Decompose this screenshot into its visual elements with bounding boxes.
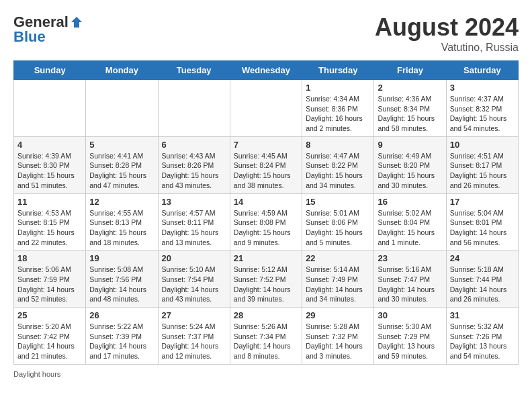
logo: General Blue bbox=[13, 13, 83, 46]
calendar-cell: 6Sunrise: 4:43 AM Sunset: 8:26 PM Daylig… bbox=[158, 136, 230, 193]
calendar-cell: 10Sunrise: 4:51 AM Sunset: 8:17 PM Dayli… bbox=[446, 136, 518, 193]
day-number: 9 bbox=[378, 140, 442, 150]
calendar-cell: 2Sunrise: 4:36 AM Sunset: 8:34 PM Daylig… bbox=[374, 80, 446, 137]
day-number: 15 bbox=[306, 197, 370, 207]
calendar-cell: 30Sunrise: 5:30 AM Sunset: 7:29 PM Dayli… bbox=[374, 308, 446, 365]
day-number: 4 bbox=[17, 140, 82, 150]
day-number: 25 bbox=[17, 310, 82, 320]
calendar-header-row: SundayMondayTuesdayWednesdayThursdayFrid… bbox=[14, 61, 519, 80]
calendar-cell bbox=[14, 80, 86, 137]
day-info: Sunrise: 4:34 AM Sunset: 8:36 PM Dayligh… bbox=[306, 94, 370, 134]
day-info: Sunrise: 4:41 AM Sunset: 8:28 PM Dayligh… bbox=[89, 151, 154, 191]
day-info: Sunrise: 4:37 AM Sunset: 8:32 PM Dayligh… bbox=[450, 94, 515, 134]
calendar-week-4: 18Sunrise: 5:06 AM Sunset: 7:59 PM Dayli… bbox=[14, 250, 519, 308]
day-info: Sunrise: 5:12 AM Sunset: 7:52 PM Dayligh… bbox=[234, 265, 298, 304]
day-number: 5 bbox=[89, 140, 154, 150]
day-info: Sunrise: 5:06 AM Sunset: 7:59 PM Dayligh… bbox=[17, 265, 82, 304]
calendar-cell: 31Sunrise: 5:32 AM Sunset: 7:26 PM Dayli… bbox=[446, 308, 518, 365]
calendar-cell: 16Sunrise: 5:02 AM Sunset: 8:04 PM Dayli… bbox=[374, 193, 446, 250]
day-info: Sunrise: 5:18 AM Sunset: 7:44 PM Dayligh… bbox=[450, 265, 515, 304]
day-info: Sunrise: 4:39 AM Sunset: 8:30 PM Dayligh… bbox=[17, 151, 82, 191]
day-info: Sunrise: 5:10 AM Sunset: 7:54 PM Dayligh… bbox=[162, 265, 226, 304]
calendar-week-1: 1Sunrise: 4:34 AM Sunset: 8:36 PM Daylig… bbox=[14, 80, 519, 137]
day-info: Sunrise: 4:49 AM Sunset: 8:20 PM Dayligh… bbox=[378, 151, 442, 191]
day-info: Sunrise: 4:36 AM Sunset: 8:34 PM Dayligh… bbox=[378, 94, 442, 134]
calendar-header-saturday: Saturday bbox=[446, 61, 518, 80]
calendar-cell: 14Sunrise: 4:59 AM Sunset: 8:08 PM Dayli… bbox=[230, 193, 302, 250]
calendar-cell: 21Sunrise: 5:12 AM Sunset: 7:52 PM Dayli… bbox=[230, 250, 302, 308]
calendar-cell: 19Sunrise: 5:08 AM Sunset: 7:56 PM Dayli… bbox=[86, 250, 158, 308]
day-info: Sunrise: 5:24 AM Sunset: 7:37 PM Dayligh… bbox=[162, 322, 226, 361]
day-info: Sunrise: 4:59 AM Sunset: 8:08 PM Dayligh… bbox=[234, 208, 298, 248]
day-info: Sunrise: 4:43 AM Sunset: 8:26 PM Dayligh… bbox=[162, 151, 226, 191]
calendar-header-sunday: Sunday bbox=[14, 61, 86, 80]
logo-text-blue: Blue bbox=[13, 28, 46, 46]
calendar-cell: 24Sunrise: 5:18 AM Sunset: 7:44 PM Dayli… bbox=[446, 250, 518, 308]
day-number: 6 bbox=[162, 140, 226, 150]
footer-note: Daylight hours bbox=[13, 370, 519, 378]
calendar-cell bbox=[86, 80, 158, 137]
day-info: Sunrise: 4:57 AM Sunset: 8:11 PM Dayligh… bbox=[162, 208, 226, 248]
calendar-cell: 9Sunrise: 4:49 AM Sunset: 8:20 PM Daylig… bbox=[374, 136, 446, 193]
calendar-cell: 11Sunrise: 4:53 AM Sunset: 8:15 PM Dayli… bbox=[14, 193, 86, 250]
day-info: Sunrise: 5:14 AM Sunset: 7:49 PM Dayligh… bbox=[306, 265, 370, 304]
calendar-cell: 18Sunrise: 5:06 AM Sunset: 7:59 PM Dayli… bbox=[14, 250, 86, 308]
day-number: 8 bbox=[306, 140, 370, 150]
calendar-cell: 28Sunrise: 5:26 AM Sunset: 7:34 PM Dayli… bbox=[230, 308, 302, 365]
calendar-cell: 22Sunrise: 5:14 AM Sunset: 7:49 PM Dayli… bbox=[302, 250, 374, 308]
day-info: Sunrise: 5:02 AM Sunset: 8:04 PM Dayligh… bbox=[378, 208, 442, 248]
day-number: 21 bbox=[234, 253, 298, 263]
calendar-header-thursday: Thursday bbox=[302, 61, 374, 80]
calendar-cell: 5Sunrise: 4:41 AM Sunset: 8:28 PM Daylig… bbox=[86, 136, 158, 193]
main-title: August 2024 bbox=[375, 13, 519, 42]
day-number: 27 bbox=[162, 310, 226, 320]
day-number: 12 bbox=[89, 197, 154, 207]
day-info: Sunrise: 4:47 AM Sunset: 8:22 PM Dayligh… bbox=[306, 151, 370, 191]
day-info: Sunrise: 4:55 AM Sunset: 8:13 PM Dayligh… bbox=[89, 208, 154, 248]
day-number: 7 bbox=[234, 140, 298, 150]
day-number: 11 bbox=[17, 197, 82, 207]
day-info: Sunrise: 4:45 AM Sunset: 8:24 PM Dayligh… bbox=[234, 151, 298, 191]
calendar-cell bbox=[158, 80, 230, 137]
day-info: Sunrise: 5:30 AM Sunset: 7:29 PM Dayligh… bbox=[378, 322, 442, 361]
day-info: Sunrise: 5:28 AM Sunset: 7:32 PM Dayligh… bbox=[306, 322, 370, 361]
day-number: 2 bbox=[378, 83, 442, 93]
calendar-header-wednesday: Wednesday bbox=[230, 61, 302, 80]
calendar-cell: 15Sunrise: 5:01 AM Sunset: 8:06 PM Dayli… bbox=[302, 193, 374, 250]
day-number: 31 bbox=[450, 310, 515, 320]
calendar-cell: 1Sunrise: 4:34 AM Sunset: 8:36 PM Daylig… bbox=[302, 80, 374, 137]
day-number: 26 bbox=[89, 310, 154, 320]
page-header: General Blue August 2024 Vatutino, Russi… bbox=[13, 13, 519, 54]
day-number: 29 bbox=[306, 310, 370, 320]
day-number: 14 bbox=[234, 197, 298, 207]
subtitle: Vatutino, Russia bbox=[375, 42, 519, 54]
calendar-cell: 4Sunrise: 4:39 AM Sunset: 8:30 PM Daylig… bbox=[14, 136, 86, 193]
day-number: 24 bbox=[450, 253, 515, 263]
calendar-cell: 12Sunrise: 4:55 AM Sunset: 8:13 PM Dayli… bbox=[86, 193, 158, 250]
day-info: Sunrise: 5:22 AM Sunset: 7:39 PM Dayligh… bbox=[89, 322, 154, 361]
calendar-header-monday: Monday bbox=[86, 61, 158, 80]
day-number: 20 bbox=[162, 253, 226, 263]
day-info: Sunrise: 5:32 AM Sunset: 7:26 PM Dayligh… bbox=[450, 322, 515, 361]
day-info: Sunrise: 5:26 AM Sunset: 7:34 PM Dayligh… bbox=[234, 322, 298, 361]
day-info: Sunrise: 4:51 AM Sunset: 8:17 PM Dayligh… bbox=[450, 151, 515, 191]
calendar-cell: 27Sunrise: 5:24 AM Sunset: 7:37 PM Dayli… bbox=[158, 308, 230, 365]
day-info: Sunrise: 5:08 AM Sunset: 7:56 PM Dayligh… bbox=[89, 265, 154, 304]
day-number: 23 bbox=[378, 253, 442, 263]
calendar-cell: 17Sunrise: 5:04 AM Sunset: 8:01 PM Dayli… bbox=[446, 193, 518, 250]
calendar-cell: 25Sunrise: 5:20 AM Sunset: 7:42 PM Dayli… bbox=[14, 308, 86, 365]
calendar-cell bbox=[230, 80, 302, 137]
day-number: 28 bbox=[234, 310, 298, 320]
calendar-header-tuesday: Tuesday bbox=[158, 61, 230, 80]
calendar-cell: 20Sunrise: 5:10 AM Sunset: 7:54 PM Dayli… bbox=[158, 250, 230, 308]
calendar-table: SundayMondayTuesdayWednesdayThursdayFrid… bbox=[13, 60, 519, 365]
calendar-week-2: 4Sunrise: 4:39 AM Sunset: 8:30 PM Daylig… bbox=[14, 136, 519, 193]
calendar-cell: 26Sunrise: 5:22 AM Sunset: 7:39 PM Dayli… bbox=[86, 308, 158, 365]
day-number: 16 bbox=[378, 197, 442, 207]
day-number: 18 bbox=[17, 253, 82, 263]
day-number: 22 bbox=[306, 253, 370, 263]
calendar-cell: 13Sunrise: 4:57 AM Sunset: 8:11 PM Dayli… bbox=[158, 193, 230, 250]
day-number: 10 bbox=[450, 140, 515, 150]
day-info: Sunrise: 5:01 AM Sunset: 8:06 PM Dayligh… bbox=[306, 208, 370, 248]
day-info: Sunrise: 5:16 AM Sunset: 7:47 PM Dayligh… bbox=[378, 265, 442, 304]
